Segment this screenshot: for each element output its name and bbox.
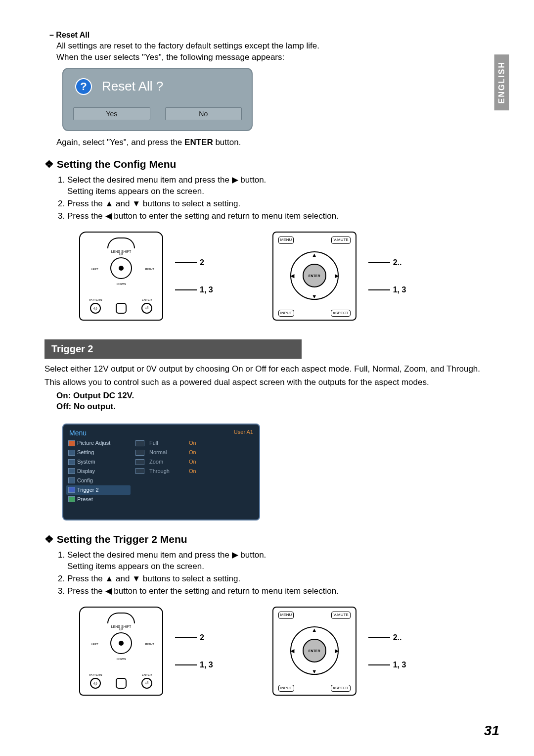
down-arrow-icon: ▼ bbox=[312, 293, 317, 300]
osd-item-setting[interactable]: Setting bbox=[66, 448, 131, 457]
trigger-on: On: Output DC 12V. bbox=[56, 390, 499, 401]
trigger-step1b: Setting items appears on the screen. bbox=[67, 562, 204, 571]
enter-button-icon-2: ⏎ bbox=[141, 678, 152, 689]
osd-menu: Menu User A1 Picture Adjust Setting Syst… bbox=[62, 424, 260, 521]
no-button[interactable]: No bbox=[165, 107, 242, 121]
callout2-13: 1, 3 bbox=[175, 660, 213, 670]
config-step-3: Press the ◀ button to enter the setting … bbox=[67, 211, 499, 222]
osd-item-preset[interactable]: Preset bbox=[66, 495, 131, 504]
page-number: 31 bbox=[484, 721, 499, 740]
config-steps: Select the desired menu item and press t… bbox=[59, 175, 499, 222]
nav-wheel-icon-2: ▲ ▼ ◀ ▶ ENTER bbox=[290, 626, 339, 675]
config-step1b: Setting items appears on the screen. bbox=[67, 187, 204, 196]
down-label-2: DOWN bbox=[117, 657, 126, 661]
osd-item-system[interactable]: System bbox=[66, 457, 131, 467]
pattern-label-2: PATTERN bbox=[89, 673, 102, 677]
up-arrow-icon: ▲ bbox=[312, 251, 317, 259]
trigger-step-1: Select the desired menu item and press t… bbox=[67, 550, 499, 572]
left-arrow-icon: ◀ bbox=[290, 272, 294, 280]
config-step-1: Select the desired menu item and press t… bbox=[67, 175, 499, 197]
osd-item-picture-adjust[interactable]: Picture Adjust bbox=[66, 438, 131, 448]
osd-item-trigger2[interactable]: Trigger 2 bbox=[66, 485, 131, 495]
reset-all-dialog: ? Reset All ? Yes No bbox=[62, 68, 253, 131]
trigger-desc1: Select either 12V output or 0V output by… bbox=[44, 364, 499, 375]
callout-r2-2: 2. bbox=[368, 632, 406, 643]
question-icon: ? bbox=[75, 78, 92, 95]
callout2-2: 2 bbox=[175, 632, 213, 643]
callout-r2: 2. bbox=[368, 257, 406, 268]
remote-callouts-2: 2. 1, 3 bbox=[368, 632, 406, 670]
osd-menu-label: Menu bbox=[69, 428, 87, 438]
osd-row-normal[interactable]: NormalOn bbox=[134, 448, 256, 457]
mid-button-icon bbox=[116, 303, 127, 314]
up-label: UP bbox=[119, 252, 123, 256]
osd-row-full[interactable]: FullOn bbox=[134, 438, 256, 448]
enter-key-2: ENTER bbox=[303, 639, 326, 662]
callout-2: 2 bbox=[175, 257, 213, 268]
enter-label-2: ENTER bbox=[142, 673, 152, 677]
enter-word: ENTER bbox=[184, 138, 213, 147]
pattern-button-icon-2: ◎ bbox=[90, 678, 101, 689]
osd-left-column: Picture Adjust Setting System Display Co… bbox=[66, 438, 131, 504]
left-label: LEFT bbox=[91, 267, 98, 271]
lens-icon bbox=[110, 257, 132, 279]
enter-label: ENTER bbox=[142, 298, 152, 302]
config-heading: Setting the Config Menu bbox=[44, 157, 499, 171]
remote-callouts: 2. 1, 3 bbox=[368, 257, 406, 295]
yes-button[interactable]: Yes bbox=[73, 107, 150, 121]
trigger-desc2: This allows you to control such as a pow… bbox=[44, 377, 499, 388]
pattern-button-icon: ◎ bbox=[90, 303, 101, 314]
language-tab: ENGLISH bbox=[494, 54, 509, 110]
top-panel-callouts: 2 1, 3 bbox=[175, 257, 213, 295]
reset-all-after: Again, select "Yes", and press the ENTER… bbox=[56, 137, 499, 148]
trigger-off: Off: No output. bbox=[56, 401, 499, 412]
lens-icon-2 bbox=[110, 632, 132, 654]
trigger-step-3: Press the ◀ button to enter the setting … bbox=[67, 586, 499, 597]
callout-r13: 1, 3 bbox=[368, 284, 406, 295]
right-arrow-icon: ▶ bbox=[335, 272, 339, 280]
input-key: INPUT bbox=[278, 310, 294, 317]
enter-key: ENTER bbox=[303, 264, 326, 287]
config-step1a: Select the desired menu item and press t… bbox=[67, 175, 266, 185]
after-text1: Again, select "Yes", and press the bbox=[56, 138, 184, 147]
menu-key-2: MENU bbox=[278, 612, 294, 619]
after-text2: button. bbox=[213, 138, 241, 147]
input-key-2: INPUT bbox=[278, 685, 294, 692]
trigger-step-2: Press the ▲ and ▼ buttons to select a se… bbox=[67, 573, 499, 585]
top-panel-callouts-2: 2 1, 3 bbox=[175, 632, 213, 670]
osd-right-column: FullOn NormalOn ZoomOn ThroughOn bbox=[134, 438, 256, 504]
menu-key: MENU bbox=[278, 236, 294, 244]
left-label-2: LEFT bbox=[91, 642, 98, 646]
remote-diagram: MENU V-MUTE ▲ ▼ ◀ ▶ ENTER INPUT ASPECT 2… bbox=[272, 232, 406, 321]
top-panel-diagram-2: LENS SHIFT UP LEFT RIGHT DOWN PATTERN◎ E… bbox=[79, 607, 213, 696]
aspect-key: ASPECT bbox=[331, 310, 351, 317]
right-label: RIGHT bbox=[145, 267, 154, 271]
osd-item-display[interactable]: Display bbox=[66, 467, 131, 476]
config-step-2: Press the ▲ and ▼ buttons to select a se… bbox=[67, 198, 499, 210]
vmute-key-2: V-MUTE bbox=[331, 612, 350, 619]
osd-item-config[interactable]: Config bbox=[66, 476, 131, 485]
callout-r13-2: 1, 3 bbox=[368, 660, 406, 670]
aspect-key-2: ASPECT bbox=[331, 685, 351, 692]
reset-all-desc2: When the user selects "Yes", the followi… bbox=[56, 52, 499, 63]
down-label: DOWN bbox=[117, 282, 126, 286]
callout-13: 1, 3 bbox=[175, 284, 213, 295]
trigger-diagrams: LENS SHIFT UP LEFT RIGHT DOWN PATTERN◎ E… bbox=[79, 607, 499, 696]
up-arrow-icon-2: ▲ bbox=[312, 626, 317, 634]
remote-diagram-2: MENU V-MUTE ▲ ▼ ◀ ▶ ENTER INPUT ASPECT 2… bbox=[272, 607, 406, 696]
right-label-2: RIGHT bbox=[145, 642, 154, 646]
top-panel-diagram: LENS SHIFT UP LEFT RIGHT DOWN PATTERN◎ E… bbox=[79, 232, 213, 321]
reset-all-heading: – Reset All bbox=[49, 30, 499, 41]
osd-user-label: User A1 bbox=[234, 428, 253, 438]
osd-row-through[interactable]: ThroughOn bbox=[134, 467, 256, 476]
reset-all-desc1: All settings are reset to the factory de… bbox=[56, 41, 499, 52]
right-arrow-icon-2: ▶ bbox=[335, 647, 339, 655]
osd-row-zoom[interactable]: ZoomOn bbox=[134, 457, 256, 467]
enter-button-icon: ⏎ bbox=[141, 303, 152, 314]
trigger-steps: Select the desired menu item and press t… bbox=[59, 550, 499, 597]
down-arrow-icon-2: ▼ bbox=[312, 668, 317, 675]
left-arrow-icon-2: ◀ bbox=[290, 647, 294, 655]
config-diagrams: LENS SHIFT UP LEFT RIGHT DOWN PATTERN◎ E… bbox=[79, 232, 499, 321]
manual-page: ENGLISH – Reset All All settings are res… bbox=[0, 0, 534, 756]
trigger-step1a: Select the desired menu item and press t… bbox=[67, 550, 266, 560]
